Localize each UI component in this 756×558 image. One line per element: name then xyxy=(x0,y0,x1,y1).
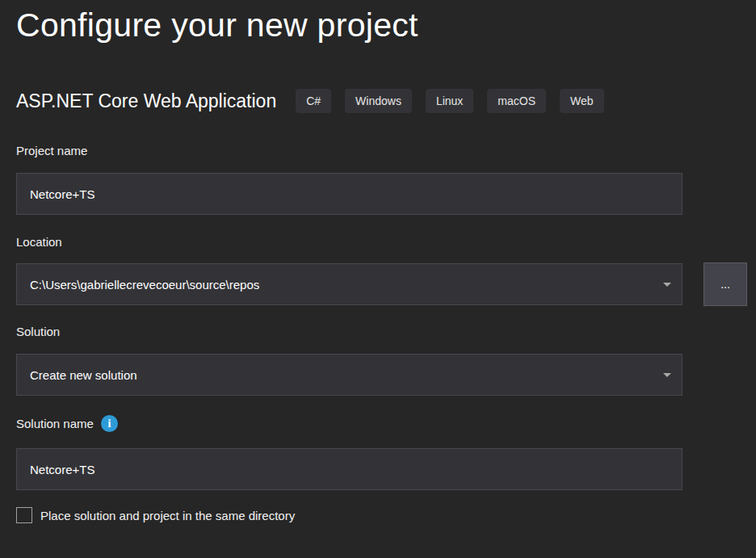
same-directory-checkbox[interactable] xyxy=(16,507,32,523)
solution-name-label-row: Solution name i xyxy=(16,415,118,432)
tag-csharp: C# xyxy=(296,89,331,113)
project-name-input[interactable] xyxy=(16,173,682,215)
chevron-down-icon xyxy=(663,283,671,287)
same-directory-label: Place solution and project in the same d… xyxy=(40,509,295,522)
template-info-row: ASP.NET Core Web Application C# Windows … xyxy=(16,89,618,113)
location-label: Location xyxy=(16,235,62,249)
location-combobox[interactable]: C:\Users\gabriellecrevecoeur\source\repo… xyxy=(16,263,682,305)
page-title: Configure your new project xyxy=(16,6,418,44)
template-name: ASP.NET Core Web Application xyxy=(16,90,276,112)
tag-macos: macOS xyxy=(487,89,546,113)
tag-linux: Linux xyxy=(426,89,473,113)
info-icon[interactable]: i xyxy=(101,415,118,432)
solution-name-label: Solution name xyxy=(16,417,94,430)
same-directory-row: Place solution and project in the same d… xyxy=(16,507,295,523)
solution-label: Solution xyxy=(16,325,60,338)
configure-project-dialog: Configure your new project ASP.NET Core … xyxy=(0,0,756,558)
solution-value: Create new solution xyxy=(30,368,657,382)
location-value: C:\Users\gabriellecrevecoeur\source\repo… xyxy=(30,278,657,292)
tag-windows: Windows xyxy=(345,89,412,113)
project-name-label: Project name xyxy=(16,144,87,157)
solution-combobox[interactable]: Create new solution xyxy=(16,354,682,396)
chevron-down-icon xyxy=(663,373,671,377)
solution-name-input[interactable] xyxy=(16,448,682,490)
browse-button[interactable]: ... xyxy=(704,262,747,306)
tag-web: Web xyxy=(560,89,604,113)
